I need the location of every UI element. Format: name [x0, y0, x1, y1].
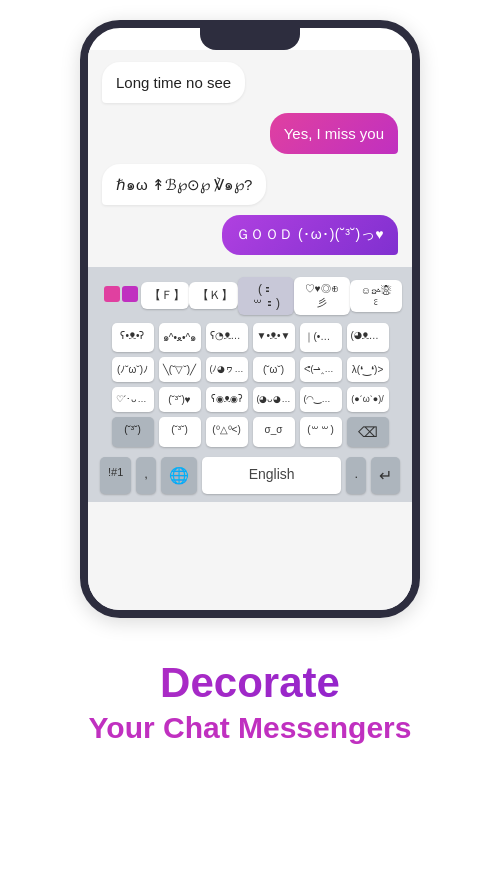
kb-key-1-2[interactable]: ๑^•ﻌ•^๑ — [159, 323, 201, 352]
icon-square-purple — [122, 286, 138, 302]
kb-key-3-3[interactable]: ʕ◉ᴥ◉ʔ — [206, 387, 248, 412]
kb-key-period[interactable]: . — [346, 457, 366, 494]
bottom-title: Decorate — [30, 658, 470, 708]
kb-key-3-6[interactable]: (●´ω`●)/ — [347, 387, 389, 412]
kb-key-1-5[interactable]: ｜(•ω•)| — [300, 323, 342, 352]
message-2: Yes, I miss you — [270, 113, 398, 154]
kb-btn-kaomoji[interactable]: (：꒳：) — [238, 277, 294, 315]
message-3: ℏ๑ω ↟ℬ℘⊙℘ ℣๑℘? — [102, 164, 266, 205]
chat-area: Long time no see Yes, I miss you ℏ๑ω ↟ℬ℘… — [88, 50, 412, 267]
kb-key-comma[interactable]: , — [136, 457, 156, 494]
kb-key-1-4[interactable]: ▼•ᴥ•▼ — [253, 323, 295, 352]
kb-key-numbers[interactable]: !#1 — [100, 457, 131, 494]
phone-wrapper: Long time no see Yes, I miss you ℏ๑ω ↟ℬ℘… — [0, 0, 500, 628]
kb-key-return[interactable]: ↵ — [371, 457, 400, 494]
kb-btn-hearts[interactable]: ♡♥◎⊕彡 — [294, 277, 350, 315]
bottom-section: Decorate Your Chat Messengers — [0, 628, 500, 767]
kb-btn-f[interactable]: 【Ｆ】 — [141, 282, 190, 309]
kb-icons-group[interactable] — [98, 282, 141, 309]
message-4: ＧＯＯＤ (･ω･)(˘³˘)っ♥ — [222, 215, 398, 255]
kb-key-1-1[interactable]: ʕ•ᴥ•ʔ — [112, 323, 154, 352]
kb-key-1-3[interactable]: ʕ◔ᴥ◔ʔ — [206, 323, 248, 352]
kb-key-2-3[interactable]: (ﾉ◕ヮ◕)ﾉ* — [206, 357, 248, 382]
kb-btn-k[interactable]: 【Ｋ】 — [189, 282, 238, 309]
phone-screen: Long time no see Yes, I miss you ℏ๑ω ↟ℬ℘… — [88, 50, 412, 610]
kb-key-4-2[interactable]: (˘³˘) — [159, 417, 201, 447]
message-1: Long time no see — [102, 62, 245, 103]
kb-row-1: ʕ•ᴥ•ʔ ๑^•ﻌ•^๑ ʕ◔ᴥ◔ʔ ▼•ᴥ•▼ ｜(•ω•)| (◕ᴥ◕ʋ) — [96, 323, 404, 352]
kb-row-3: ♡´･ᴗ･`♡ (˘³˘)♥ ʕ◉ᴥ◉ʔ (◕ᴗ◕✿) (◠‿◠✿)♡ (●´ω… — [96, 387, 404, 412]
kb-key-space[interactable]: English — [202, 457, 341, 494]
message-2-text: Yes, I miss you — [284, 125, 384, 142]
kb-row-2: (ﾉ˘ω˘)ﾉ ╲(˘▽˘)╱ (ﾉ◕ヮ◕)ﾉ* (˘ω˘) ᕙ(⇀‸↼)ᕗ λ… — [96, 357, 404, 382]
kb-space-label: English — [249, 466, 295, 482]
kb-btn-symbols[interactable]: ☺☎△☃꒰ — [350, 280, 402, 312]
kb-toolbar: 【Ｆ】 【Ｋ】 (：꒳：) ♡♥◎⊕彡 ☺☎△☃꒰ — [92, 273, 408, 323]
kb-key-4-5[interactable]: (꒳꒳) — [300, 417, 342, 447]
kb-key-1-6[interactable]: (◕ᴥ◕ʋ) — [347, 323, 389, 352]
kb-key-4-3[interactable]: (⁰△⁰<) — [206, 417, 248, 447]
bottom-subtitle: Your Chat Messengers — [30, 708, 470, 747]
kb-key-delete[interactable]: ⌫ — [347, 417, 389, 447]
kb-key-2-4[interactable]: (˘ω˘) — [253, 357, 295, 382]
kb-key-3-4[interactable]: (◕ᴗ◕✿) — [253, 387, 295, 412]
kb-key-3-1[interactable]: ♡´･ᴗ･`♡ — [112, 387, 154, 412]
kb-key-4-4[interactable]: σ_σ — [253, 417, 295, 447]
keyboard: 【Ｆ】 【Ｋ】 (：꒳：) ♡♥◎⊕彡 ☺☎△☃꒰ ʕ•ᴥ•ʔ ๑^•ﻌ•^๑ … — [88, 267, 412, 502]
phone-shell: Long time no see Yes, I miss you ℏ๑ω ↟ℬ℘… — [80, 20, 420, 618]
kb-key-2-6[interactable]: λ(❛‿❛)> — [347, 357, 389, 382]
kb-key-2-5[interactable]: ᕙ(⇀‸↼)ᕗ — [300, 357, 342, 382]
kb-key-2-2[interactable]: ╲(˘▽˘)╱ — [159, 357, 201, 382]
message-1-text: Long time no see — [116, 74, 231, 91]
kb-rows: ʕ•ᴥ•ʔ ๑^•ﻌ•^๑ ʕ◔ᴥ◔ʔ ▼•ᴥ•▼ ｜(•ω•)| (◕ᴥ◕ʋ)… — [92, 323, 408, 494]
kb-key-2-1[interactable]: (ﾉ˘ω˘)ﾉ — [112, 357, 154, 382]
kb-bottom-row: !#1 , 🌐 English . ↵ — [96, 452, 404, 494]
kb-row-4: (˘³˘) (˘³˘) (⁰△⁰<) σ_σ (꒳꒳) ⌫ — [96, 417, 404, 447]
icon-square-pink — [104, 286, 120, 302]
kb-key-4-1[interactable]: (˘³˘) — [112, 417, 154, 447]
phone-notch — [200, 28, 300, 50]
kb-key-3-2[interactable]: (˘³˘)♥ — [159, 387, 201, 412]
kb-key-globe[interactable]: 🌐 — [161, 457, 197, 494]
kb-key-3-5[interactable]: (◠‿◠✿)♡ — [300, 387, 342, 412]
message-3-text: ℏ๑ω ↟ℬ℘⊙℘ ℣๑℘? — [116, 176, 252, 193]
message-4-text: ＧＯＯＤ (･ω･)(˘³˘)っ♥ — [236, 226, 384, 242]
